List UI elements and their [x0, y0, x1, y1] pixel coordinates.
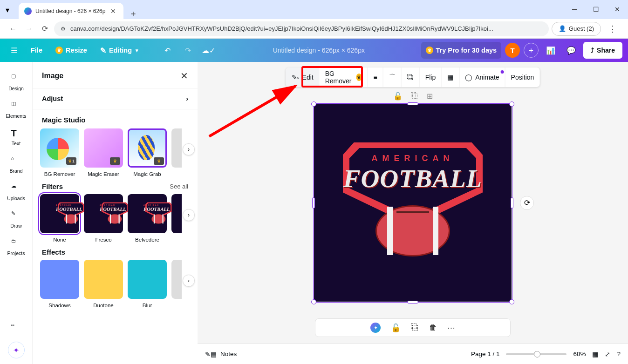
- close-tab-icon[interactable]: ✕: [109, 7, 118, 15]
- pencil-icon: ✎: [100, 46, 106, 55]
- resize-handle-ne[interactable]: [509, 101, 514, 107]
- rail-text[interactable]: TText: [0, 123, 33, 151]
- zoom-slider-thumb[interactable]: [534, 351, 540, 357]
- magic-ai-button[interactable]: ✦: [8, 342, 25, 358]
- analytics-button[interactable]: 📊: [542, 42, 559, 59]
- magic-button[interactable]: ✦: [370, 323, 381, 333]
- left-icon-rail: ▢Design ◫Elements TText ⌂Brand ☁Uploads …: [0, 62, 33, 364]
- sparkle-icon: ✦: [13, 346, 19, 355]
- bg-remover-tool[interactable]: ♛1 BG Remover: [40, 128, 79, 177]
- tab-list-dropdown[interactable]: ▾: [6, 6, 14, 14]
- partial-thumb[interactable]: [171, 260, 182, 299]
- help-button[interactable]: ?: [617, 351, 621, 357]
- resize-handle-n[interactable]: [407, 102, 418, 105]
- image-side-panel: Image ✕ Adjust › Magic Studio ♛1 BG Remo…: [33, 62, 198, 364]
- selection-box: [313, 103, 512, 303]
- scroll-right-button[interactable]: ›: [183, 275, 195, 287]
- browser-tab[interactable]: Untitled design - 626 × 626p ✕: [19, 3, 123, 19]
- rail-apps[interactable]: ▫▫: [0, 317, 33, 337]
- rotate-handle[interactable]: ⟳: [520, 196, 534, 210]
- url-input[interactable]: ⚙ canva.com/design/DAGToKZvf2E/hxPoJGVHT…: [54, 21, 549, 36]
- canva-top-toolbar: ☰ File ♛Resize ✎Editing▾ ↶ ↷ ☁✓ Untitled…: [0, 39, 628, 62]
- comment-button[interactable]: 💬: [563, 42, 580, 59]
- notes-icon[interactable]: ✎▤: [205, 351, 217, 358]
- panel-title: Image: [42, 72, 63, 80]
- back-button[interactable]: ←: [7, 22, 20, 35]
- zoom-level[interactable]: 68%: [573, 351, 586, 357]
- document-title[interactable]: Untitled design - 626px × 626px: [220, 47, 417, 54]
- effect-blur[interactable]: Blur: [128, 260, 167, 308]
- reload-button[interactable]: ⟳: [38, 22, 51, 35]
- see-all-filters[interactable]: See all: [170, 183, 188, 190]
- maximize-button[interactable]: ☐: [585, 0, 607, 19]
- menu-button[interactable]: ☰: [6, 42, 22, 59]
- more-options-button[interactable]: ⋯: [447, 323, 455, 333]
- effect-shadows[interactable]: Shadows: [40, 260, 79, 308]
- pro-badge: ♛: [154, 157, 164, 165]
- magic-grab-tool[interactable]: ♛ Magic Grab: [128, 128, 167, 177]
- tab-title: Untitled design - 626 × 626p: [35, 8, 109, 14]
- minimize-button[interactable]: ─: [564, 0, 585, 19]
- resize-handle-nw[interactable]: [311, 101, 316, 107]
- chevron-right-icon: ›: [186, 95, 188, 102]
- rail-uploads[interactable]: ☁Uploads: [0, 178, 33, 206]
- zoom-slider[interactable]: [506, 353, 567, 355]
- resize-handle-w[interactable]: [312, 197, 315, 209]
- resize-handle-sw[interactable]: [311, 299, 316, 304]
- magic-eraser-tool[interactable]: ♛ Magic Eraser: [84, 128, 123, 177]
- adjust-row[interactable]: Adjust ›: [33, 88, 198, 109]
- close-panel-button[interactable]: ✕: [180, 70, 188, 81]
- scroll-right-button[interactable]: ›: [183, 143, 195, 155]
- magic-studio-heading: Magic Studio: [33, 109, 198, 128]
- browser-menu-button[interactable]: ⋮: [604, 24, 621, 34]
- duplicate-button[interactable]: ⿻: [411, 323, 419, 332]
- user-avatar[interactable]: T: [505, 43, 520, 58]
- resize-button[interactable]: ♛Resize: [51, 42, 92, 59]
- try-pro-button[interactable]: ♛Try Pro for 30 days: [421, 42, 502, 59]
- rail-projects[interactable]: 🗀Projects: [0, 233, 33, 261]
- pro-badge: ♛: [110, 157, 120, 165]
- editing-mode-button[interactable]: ✎Editing▾: [96, 42, 143, 59]
- filter-belvedere[interactable]: AMERICANFOOTBALL Belvedere: [128, 194, 167, 243]
- undo-button[interactable]: ↶: [159, 42, 176, 59]
- rail-elements[interactable]: ◫Elements: [0, 96, 33, 123]
- new-tab-button[interactable]: ＋: [123, 8, 143, 19]
- fullscreen-button[interactable]: ⤢: [605, 351, 610, 358]
- partial-thumb[interactable]: [171, 194, 182, 233]
- close-window-button[interactable]: ✕: [607, 0, 628, 19]
- site-settings-icon[interactable]: ⚙: [61, 26, 66, 32]
- partial-thumb[interactable]: [171, 128, 182, 168]
- filters-row: AMERICANFOOTBALL None AMERICANFOOTBALL F…: [33, 194, 198, 243]
- scroll-right-button[interactable]: ›: [183, 209, 195, 221]
- filter-fresco[interactable]: AMERICANFOOTBALL Fresco: [84, 194, 123, 243]
- resize-handle-s[interactable]: [407, 301, 418, 303]
- floating-element-toolbar: ✦ 🔓 ⿻ 🗑 ⋯: [315, 318, 511, 337]
- lock-button[interactable]: 🔓: [391, 323, 401, 333]
- canvas-stage[interactable]: AMERICAN FOOTBALL: [198, 62, 628, 344]
- page-counter[interactable]: Page 1 / 1: [471, 351, 500, 357]
- magic-studio-row: ♛1 BG Remover ♛ Magic Eraser ♛ Magic Gra…: [33, 128, 198, 177]
- rail-brand[interactable]: ⌂Brand: [0, 151, 33, 178]
- resize-handle-e[interactable]: [511, 197, 513, 209]
- rail-design[interactable]: ▢Design: [0, 68, 33, 96]
- delete-button[interactable]: 🗑: [429, 323, 437, 332]
- add-member-button[interactable]: ＋: [524, 43, 539, 58]
- redo-button[interactable]: ↷: [179, 42, 196, 59]
- template-icon: ▢: [11, 73, 21, 83]
- effect-duotone[interactable]: Duotone: [84, 260, 123, 308]
- profile-button[interactable]: 👤 Guest (2): [552, 22, 601, 36]
- notes-button[interactable]: Notes: [220, 351, 237, 357]
- resize-handle-se[interactable]: [509, 299, 514, 304]
- filter-none[interactable]: AMERICANFOOTBALL None: [40, 194, 79, 243]
- share-button[interactable]: ⤴Share: [583, 42, 622, 59]
- canvas-area: ✎▫Edit BG Remover♛ ≡ ⌒ ⿻ Flip ▦ ◯Animate…: [198, 62, 628, 364]
- effects-heading: Effects: [42, 248, 65, 256]
- apps-icon: ▫▫: [11, 322, 21, 332]
- forward-button[interactable]: →: [22, 22, 35, 35]
- rail-draw[interactable]: ✎Draw: [0, 206, 33, 233]
- cloud-sync-icon[interactable]: ☁✓: [200, 42, 217, 59]
- file-button[interactable]: File: [26, 42, 47, 59]
- grid-view-button[interactable]: ▦: [592, 351, 598, 358]
- bottom-status-bar: ✎▤ Notes Page 1 / 1 68% ▦ ⤢ ?: [198, 344, 628, 364]
- design-page[interactable]: AMERICAN FOOTBALL: [314, 104, 512, 302]
